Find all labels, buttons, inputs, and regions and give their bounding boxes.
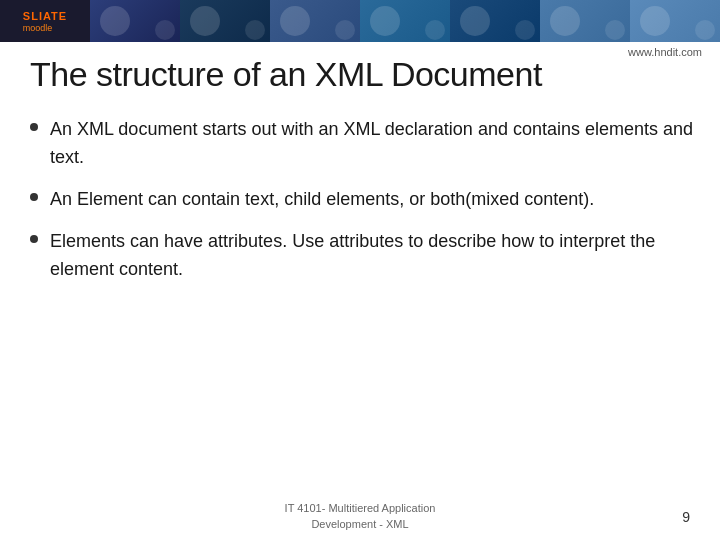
- top-banner: SLIATE moodle: [0, 0, 720, 42]
- moodle-logo: moodle: [23, 23, 67, 33]
- banner-img-2: [180, 0, 270, 42]
- course-line-1: IT 4101- Multitiered Application: [285, 501, 436, 516]
- slide-footer: IT 4101- Multitiered Application Develop…: [0, 501, 720, 532]
- banner-img-7: [630, 0, 720, 42]
- bullet-item-3: Elements can have attributes. Use attrib…: [30, 228, 700, 284]
- bullet-list: An XML document starts out with an XML d…: [30, 116, 700, 283]
- banner-img-1: [90, 0, 180, 42]
- banner-images: [90, 0, 720, 42]
- bullet-item-2: An Element can contain text, child eleme…: [30, 186, 700, 214]
- bullet-text-1: An XML document starts out with an XML d…: [50, 116, 700, 172]
- sliate-logo: SLIATE: [23, 10, 67, 22]
- banner-img-5: [450, 0, 540, 42]
- banner-img-3: [270, 0, 360, 42]
- course-line-2: Development - XML: [285, 517, 436, 532]
- bullet-dot-3: [30, 235, 38, 243]
- banner-img-4: [360, 0, 450, 42]
- bullet-item-1: An XML document starts out with an XML d…: [30, 116, 700, 172]
- bullet-dot-1: [30, 123, 38, 131]
- logo-area: SLIATE moodle: [0, 0, 90, 42]
- page-number: 9: [610, 509, 690, 525]
- bullet-text-2: An Element can contain text, child eleme…: [50, 186, 594, 214]
- main-content: The structure of an XML Document An XML …: [30, 55, 700, 500]
- footer-course-info: IT 4101- Multitiered Application Develop…: [285, 501, 436, 532]
- banner-img-6: [540, 0, 630, 42]
- bullet-dot-2: [30, 193, 38, 201]
- slide-title: The structure of an XML Document: [30, 55, 700, 94]
- bullet-text-3: Elements can have attributes. Use attrib…: [50, 228, 700, 284]
